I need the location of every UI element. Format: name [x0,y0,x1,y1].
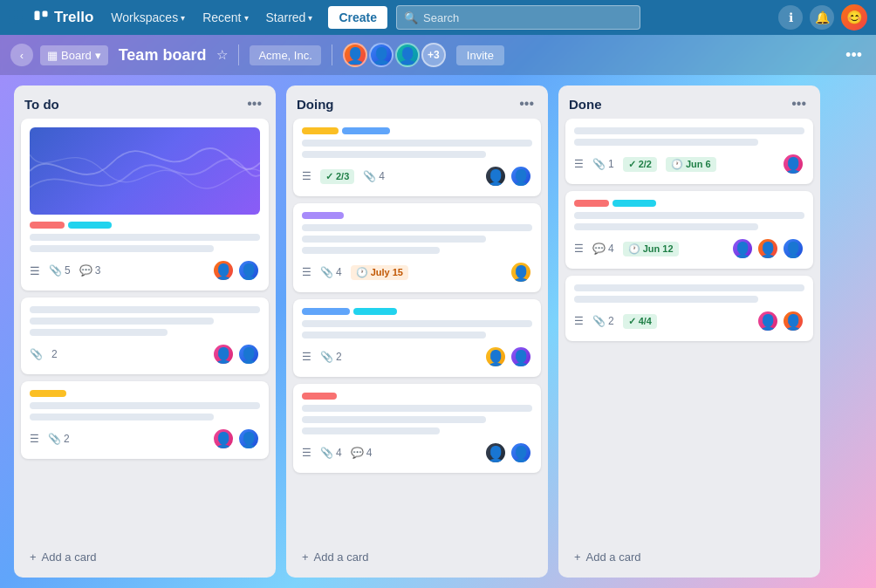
card-footer: 📎 2 [30,343,260,366]
list-doing-menu[interactable]: ••• [516,94,537,113]
card-text-line [30,318,214,325]
due-date-badge: 🕐 Jun 12 [623,242,679,256]
attachment-icon: 📎 [320,447,333,459]
card-text-line [574,127,804,134]
card-avatars [212,343,260,366]
search-bar[interactable]: 🔍 Search [396,5,640,30]
starred-button[interactable]: Starred ▾ [259,7,320,28]
chevron-down-icon: ▾ [95,49,101,62]
member-count[interactable]: +3 [421,43,446,67]
card-meta: ☰ 📎 4 💬 4 [302,447,372,459]
card-done-1[interactable]: ☰ 📎 1 ✓ 2/2 🕐 Jun 6 [565,119,813,184]
card-avatar [237,427,260,450]
workspace-button[interactable]: Acme, Inc. [250,45,320,65]
card-text-line [302,140,532,147]
add-card-button-doing[interactable]: + Add a card [293,544,541,571]
card-avatars [484,441,532,464]
card-text-line [574,284,804,291]
attachment-count: 📎 4 [363,170,385,182]
add-card-button-done[interactable]: + Add a card [565,544,813,571]
card-doing-2[interactable]: ☰ 📎 4 🕐 July 15 [293,203,541,292]
notifications-button[interactable]: 🔔 [810,5,834,30]
card-footer: ☰ 📎 4 💬 4 [302,441,532,464]
attachment-count: 📎 2 [48,433,70,445]
list-icon: ☰ [302,170,311,182]
card-doing-3[interactable]: ☰ 📎 2 [293,299,541,377]
add-card-button-todo[interactable]: + Add a card [21,544,269,571]
plus-icon: + [302,550,309,564]
card-labels [302,308,532,315]
card-labels [30,390,260,397]
attachment-icon: 📎 [48,433,61,445]
card-todo-1[interactable]: ☰ 📎 5 💬 3 [21,119,269,291]
checklist-badge: ✓ 2/2 [623,157,657,172]
star-board-button[interactable]: ☆ [216,47,228,63]
card-doing-1[interactable]: ☰ ✓ 2/3 📎 4 [293,119,541,196]
nav-back-button[interactable]: ‹ [10,44,33,66]
user-avatar[interactable]: 😊 [841,4,867,31]
card-text-line [302,320,532,327]
card-done-2[interactable]: ☰ 💬 4 🕐 Jun 12 [565,191,813,269]
attachment-icon: 📎 [49,264,62,277]
card-doing-4[interactable]: ☰ 📎 4 💬 4 [293,384,541,473]
chevron-down-icon: ▾ [244,13,249,23]
card-meta: ☰ 📎 1 ✓ 2/2 🕐 Jun 6 [574,157,716,172]
app-logo[interactable]: Trello [9,9,93,26]
card-avatar [731,237,754,260]
card-cover-image [30,127,260,215]
attachment-icon: 📎 [592,158,606,170]
card-todo-3[interactable]: ☰ 📎 2 [21,381,269,459]
card-meta: ☰ 📎 4 🕐 July 15 [302,265,408,280]
list-todo-cards: ☰ 📎 5 💬 3 [14,119,276,540]
invite-button[interactable]: Invite [456,45,504,65]
card-footer: ☰ ✓ 2/3 📎 4 [302,165,532,188]
attachment-count: 📎 4 [320,266,342,278]
attachment-count: 📎 5 [49,264,71,277]
board-type-button[interactable]: ▦ Board ▾ [40,45,108,65]
label-pink [302,393,337,400]
divider [332,44,332,65]
card-text-line [30,245,214,252]
clock-icon: 🕐 [671,159,683,170]
card-done-3[interactable]: ☰ 📎 2 ✓ 4/4 [565,276,813,341]
list-doing-cards: ☰ ✓ 2/3 📎 4 [286,119,548,540]
label-cyan [353,308,397,315]
card-avatars [731,237,804,260]
comment-count: 💬 4 [351,447,373,459]
logo-text: Trello [54,9,93,26]
card-labels [302,212,532,219]
list-done-menu[interactable]: ••• [788,94,810,113]
member-avatar-2[interactable] [369,43,394,67]
card-avatar [756,237,779,260]
search-placeholder: Search [423,11,459,24]
member-avatar-3[interactable] [395,43,420,67]
info-button[interactable]: ℹ [778,5,803,30]
card-meta: ☰ 💬 4 🕐 Jun 12 [574,242,679,256]
chevron-down-icon: ▾ [308,13,312,23]
board-content: To do ••• [0,75,876,588]
clock-icon: 🕐 [628,243,640,255]
recent-button[interactable]: Recent ▾ [195,7,255,28]
card-avatar [484,345,507,368]
card-labels [30,222,260,229]
card-avatars [484,345,532,368]
create-button[interactable]: Create [328,6,387,29]
member-avatar-1[interactable] [343,43,367,67]
comment-icon: 💬 [79,264,92,277]
comment-icon: 💬 [592,243,606,255]
card-todo-2[interactable]: 📎 2 [21,297,269,374]
board-more-button[interactable]: ••• [842,43,866,68]
label-cyan [68,222,112,229]
list-icon: ☰ [574,243,584,255]
card-text-line [574,223,758,230]
card-text-line [30,414,214,420]
list-icon: ☰ [302,447,311,459]
attachment-icon: 📎 [592,315,606,327]
workspaces-button[interactable]: Workspaces ▾ [104,7,192,28]
comment-count: 💬 3 [79,264,101,277]
label-cyan [613,200,656,207]
card-avatars [212,259,260,282]
list-todo-menu[interactable]: ••• [243,94,265,113]
attachment-count: 📎 1 [592,158,614,170]
label-blue [342,127,390,134]
